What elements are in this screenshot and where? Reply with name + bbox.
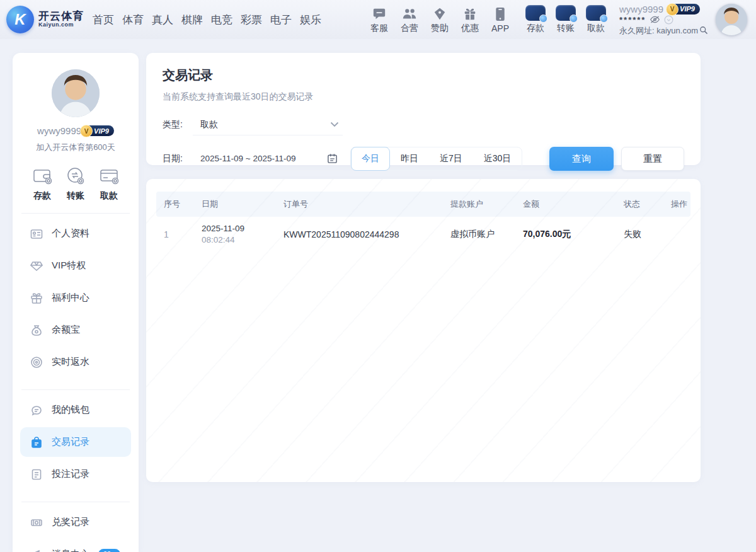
range-30days-button[interactable]: 近30日 bbox=[473, 147, 522, 171]
benefits-gift-icon bbox=[30, 292, 43, 304]
cell-index: 1 bbox=[164, 229, 202, 239]
rebate-coin-icon bbox=[30, 356, 43, 369]
topbar: K 开云体育 Kaiyun.com 首页 体育 真人 棋牌 电竞 彩票 电子 娱… bbox=[0, 0, 756, 39]
redeem-prize-icon bbox=[30, 516, 43, 529]
nav-item-esports[interactable]: 电竞 bbox=[211, 13, 232, 27]
sidebar-item-wallet[interactable]: 我的钱包 bbox=[13, 394, 139, 426]
bank-card-icon bbox=[98, 166, 120, 186]
sidebar-quick-actions: 存款 转账 取款 bbox=[13, 166, 139, 202]
cell-status: 失败 bbox=[624, 229, 671, 240]
sidebar-item-redeem[interactable]: 兑奖记录 bbox=[13, 506, 139, 538]
sidebar-item-rebate[interactable]: 实时返水 bbox=[13, 346, 139, 378]
page-subtitle: 当前系统支持查询最近30日的交易记录 bbox=[163, 91, 684, 103]
sidebar-transfer-button[interactable]: 转账 bbox=[65, 166, 86, 202]
main-nav: 首页 体育 真人 棋牌 电竞 彩票 电子 娱乐 bbox=[93, 13, 321, 27]
divider bbox=[21, 389, 130, 390]
page-title: 交易记录 bbox=[163, 67, 684, 84]
logo-site-name: 开云体育 bbox=[38, 11, 84, 22]
chevron-circle-icon[interactable] bbox=[664, 15, 673, 25]
phone-icon bbox=[495, 6, 505, 21]
withdraw-card-icon bbox=[586, 6, 606, 21]
partners-button[interactable]: 合营 bbox=[396, 6, 423, 34]
type-label: 类型: bbox=[163, 119, 193, 130]
transfer-button[interactable]: 转账 bbox=[553, 6, 579, 34]
nav-item-lottery[interactable]: 彩票 bbox=[241, 13, 262, 27]
topbar-username: wywy9999 bbox=[619, 4, 663, 14]
range-today-button[interactable]: 今日 bbox=[351, 147, 390, 171]
col-index: 序号 bbox=[164, 198, 202, 210]
type-select-value: 取款 bbox=[200, 119, 218, 130]
col-account: 提款账户 bbox=[450, 198, 523, 210]
sidebar-deposit-button[interactable]: 存款 bbox=[32, 166, 53, 202]
sidebar-item-transactions[interactable]: 交易记录 bbox=[13, 426, 139, 458]
range-yesterday-button[interactable]: 昨日 bbox=[390, 147, 429, 171]
filter-card: 交易记录 当前系统支持查询最近30日的交易记录 类型: 取款 日期: 2025-… bbox=[146, 53, 701, 165]
sidebar-item-yuebao[interactable]: 余额宝 bbox=[13, 314, 139, 346]
deposit-button[interactable]: 存款 bbox=[522, 6, 549, 34]
date-range-value: 2025-11-09 ~ 2025-11-09 bbox=[200, 154, 296, 163]
gift-icon bbox=[463, 6, 477, 21]
search-button[interactable]: 查询 bbox=[549, 147, 614, 171]
bet-record-icon bbox=[30, 468, 43, 481]
sidebar-withdraw-button[interactable]: 取款 bbox=[98, 166, 120, 202]
transfer-card-icon bbox=[556, 6, 576, 21]
cell-order-no: KWWT202511090802444298 bbox=[284, 229, 450, 239]
piggy-bank-icon bbox=[30, 404, 43, 417]
nav-item-sports[interactable]: 体育 bbox=[122, 13, 144, 27]
col-date: 日期 bbox=[202, 198, 284, 210]
nav-item-entertainment[interactable]: 娱乐 bbox=[300, 13, 321, 27]
diamond-icon bbox=[30, 260, 43, 272]
topbar-service-icons: 客服 合营 赞助 优惠 APP bbox=[366, 6, 513, 34]
masked-balance: ****** bbox=[619, 14, 646, 25]
deposit-card-icon bbox=[525, 6, 546, 21]
site-logo[interactable]: K 开云体育 Kaiyun.com bbox=[6, 6, 84, 33]
money-bag-icon bbox=[30, 324, 43, 336]
sidebar-item-messages[interactable]: 消息中心 99+ bbox=[13, 538, 139, 552]
nav-item-cards[interactable]: 棋牌 bbox=[181, 13, 203, 27]
col-order-no: 订单号 bbox=[284, 198, 450, 210]
logo-k-icon: K bbox=[6, 6, 34, 33]
cell-amount: 70,076.00元 bbox=[523, 229, 624, 240]
megaphone-icon bbox=[30, 548, 43, 552]
nav-item-slots[interactable]: 电子 bbox=[270, 13, 292, 27]
col-amount: 金额 bbox=[523, 198, 624, 210]
cell-date: 2025-11-09 08:02:44 bbox=[202, 223, 284, 246]
message-count-badge: 99+ bbox=[98, 549, 120, 552]
chat-icon bbox=[372, 6, 386, 21]
eye-off-icon[interactable] bbox=[650, 15, 660, 24]
date-range-input[interactable]: 2025-11-09 ~ 2025-11-09 bbox=[193, 147, 343, 171]
date-label: 日期: bbox=[163, 153, 193, 164]
topbar-money-icons: 存款 转账 取款 bbox=[522, 6, 609, 34]
nav-item-live[interactable]: 真人 bbox=[152, 13, 173, 27]
promotions-button[interactable]: 优惠 bbox=[457, 6, 483, 34]
table-row: 1 2025-11-09 08:02:44 KWWT20251109080244… bbox=[156, 217, 690, 252]
sidebar-item-benefits[interactable]: 福利中心 bbox=[13, 282, 139, 314]
type-select[interactable]: 取款 bbox=[193, 114, 343, 135]
sponsor-badge-icon bbox=[433, 6, 447, 21]
table-header-row: 序号 日期 订单号 提款账户 金额 状态 操作 bbox=[156, 192, 690, 217]
reset-button[interactable]: 重置 bbox=[621, 147, 684, 171]
sidebar: wywy9999 VIP9 加入开云体育第600天 存款 转账 取款 个人资 bbox=[13, 53, 139, 552]
profile-avatar[interactable] bbox=[52, 69, 100, 117]
magnifier-icon[interactable] bbox=[699, 26, 708, 35]
sidebar-item-profile[interactable]: 个人资料 bbox=[13, 217, 139, 250]
profile-vip-badge: VIP9 bbox=[85, 125, 114, 136]
exchange-icon bbox=[65, 166, 86, 186]
col-status: 状态 bbox=[624, 198, 671, 210]
sidebar-item-vip[interactable]: VIP特权 bbox=[13, 250, 139, 282]
range-7days-button[interactable]: 近7日 bbox=[429, 147, 473, 171]
avatar[interactable] bbox=[716, 4, 747, 35]
transaction-bag-icon bbox=[30, 436, 43, 449]
cell-account: 虚拟币账户 bbox=[450, 229, 523, 240]
divider bbox=[21, 502, 130, 502]
customer-service-button[interactable]: 客服 bbox=[366, 6, 392, 34]
user-info-block: wywy9999 VIP9 ****** 永久网址: kaiyun.com bbox=[619, 4, 708, 36]
withdraw-button[interactable]: 取款 bbox=[583, 6, 609, 34]
app-download-button[interactable]: APP bbox=[487, 6, 513, 33]
id-card-icon bbox=[30, 227, 43, 240]
sidebar-item-bets[interactable]: 投注记录 bbox=[13, 458, 139, 490]
wallet-icon bbox=[32, 166, 53, 186]
divider bbox=[21, 213, 130, 214]
sponsor-button[interactable]: 赞助 bbox=[427, 6, 453, 34]
nav-item-home[interactable]: 首页 bbox=[93, 13, 114, 27]
